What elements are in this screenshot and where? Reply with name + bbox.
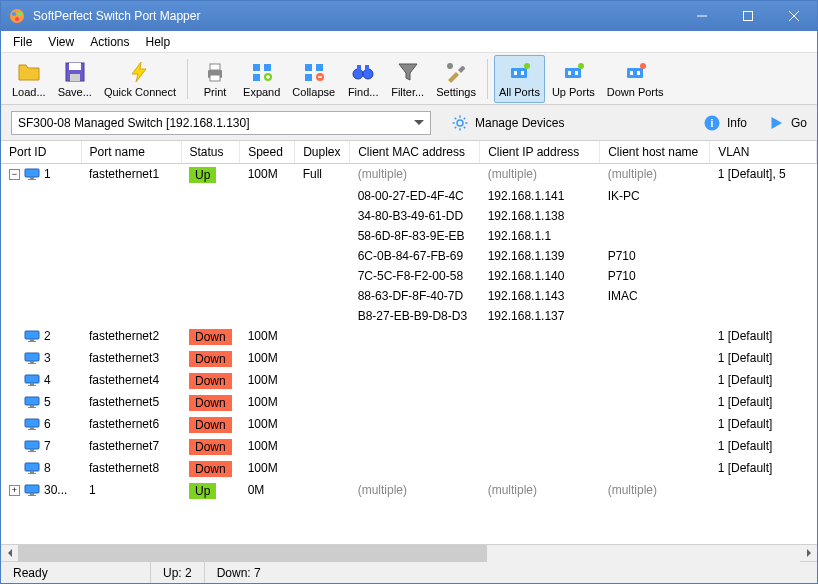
port-name: fastethernet4: [81, 370, 181, 392]
table-row[interactable]: 5fastethernet5Down100M1 [Default]: [1, 392, 817, 414]
svg-rect-7: [70, 74, 80, 81]
find-button[interactable]: Find...: [342, 55, 384, 103]
expand-toggle[interactable]: +: [9, 485, 20, 496]
collapse-toggle[interactable]: −: [9, 169, 20, 180]
all-ports-button[interactable]: All Ports: [494, 55, 545, 103]
go-button[interactable]: Go: [767, 114, 807, 132]
host: (multiple): [600, 164, 710, 187]
table-area[interactable]: Port ID Port name Status Speed Duplex Cl…: [1, 141, 817, 544]
col-duplex[interactable]: Duplex: [295, 141, 350, 164]
svg-rect-52: [30, 405, 34, 407]
svg-rect-24: [511, 68, 527, 78]
titlebar[interactable]: SoftPerfect Switch Port Mapper: [1, 1, 817, 31]
vlan: [710, 480, 817, 502]
table-child-row[interactable]: 6C-0B-84-67-FB-69192.168.1.139P710: [1, 246, 817, 266]
save-icon: [63, 60, 87, 84]
table-child-row[interactable]: 58-6D-8F-83-9E-EB192.168.1.1: [1, 226, 817, 246]
settings-button[interactable]: Settings: [431, 55, 481, 103]
col-host[interactable]: Client host name: [600, 141, 710, 164]
status-down: Down: 7: [205, 562, 817, 583]
table-child-row[interactable]: 88-63-DF-8F-40-7D192.168.1.143IMAC: [1, 286, 817, 306]
table-child-row[interactable]: 34-80-B3-49-61-DD192.168.1.138: [1, 206, 817, 226]
menu-actions[interactable]: Actions: [82, 33, 137, 51]
menu-help[interactable]: Help: [138, 33, 179, 51]
load-button[interactable]: Load...: [7, 55, 51, 103]
speed: 100M: [240, 326, 295, 348]
col-vlan[interactable]: VLAN: [710, 141, 817, 164]
col-port-id[interactable]: Port ID: [1, 141, 81, 164]
table-child-row[interactable]: B8-27-EB-B9-D8-D3192.168.1.137: [1, 306, 817, 326]
duplex: [295, 326, 350, 348]
table-child-row[interactable]: 08-00-27-ED-4F-4C192.168.1.141IK-PC: [1, 186, 817, 206]
vlan: 1 [Default]: [710, 458, 817, 480]
expand-icon: [250, 60, 274, 84]
scroll-left-arrow[interactable]: [1, 545, 18, 562]
table-row[interactable]: 2fastethernet2Down100M1 [Default]: [1, 326, 817, 348]
host: [600, 458, 710, 480]
port-name: fastethernet7: [81, 436, 181, 458]
filter-button[interactable]: Filter...: [386, 55, 429, 103]
minimize-button[interactable]: [679, 1, 725, 31]
host: [600, 392, 710, 414]
ip: (multiple): [480, 164, 600, 187]
table-row[interactable]: 3fastethernet3Down100M1 [Default]: [1, 348, 817, 370]
quick-connect-button[interactable]: Quick Connect: [99, 55, 181, 103]
up-ports-button[interactable]: Up Ports: [547, 55, 600, 103]
svg-rect-60: [25, 463, 39, 471]
svg-point-36: [457, 120, 463, 126]
svg-rect-64: [30, 493, 34, 495]
port-name: fastethernet6: [81, 414, 181, 436]
mac: 6C-0B-84-67-FB-69: [350, 246, 480, 266]
table-row[interactable]: 8fastethernet8Down100M1 [Default]: [1, 458, 817, 480]
maximize-button[interactable]: [725, 1, 771, 31]
table-row[interactable]: 6fastethernet6Down100M1 [Default]: [1, 414, 817, 436]
monitor-icon: [24, 484, 40, 496]
close-button[interactable]: [771, 1, 817, 31]
ports-table: Port ID Port name Status Speed Duplex Cl…: [1, 141, 817, 502]
port-id: 5: [44, 395, 51, 409]
ip: [480, 458, 600, 480]
save-button[interactable]: Save...: [53, 55, 97, 103]
col-ip[interactable]: Client IP address: [480, 141, 600, 164]
table-row[interactable]: −1fastethernet1Up100MFull(multiple)(mult…: [1, 164, 817, 187]
horizontal-scrollbar[interactable]: [1, 544, 817, 561]
svg-rect-13: [253, 74, 260, 81]
col-speed[interactable]: Speed: [240, 141, 295, 164]
chevron-down-icon: [414, 120, 424, 126]
svg-rect-42: [25, 331, 39, 339]
duplex: [295, 436, 350, 458]
svg-text:i: i: [711, 116, 714, 128]
collapse-button[interactable]: Collapse: [287, 55, 340, 103]
col-status[interactable]: Status: [181, 141, 240, 164]
port-id: 8: [44, 461, 51, 475]
binoculars-icon: [351, 60, 375, 84]
ip: 192.168.1.138: [480, 206, 600, 226]
manage-devices-link[interactable]: Manage Devices: [451, 114, 564, 132]
print-button[interactable]: Print: [194, 55, 236, 103]
info-link[interactable]: i Info: [703, 114, 747, 132]
device-select[interactable]: SF300-08 Managed Switch [192.168.1.130]: [11, 111, 431, 135]
ip: [480, 414, 600, 436]
col-port-name[interactable]: Port name: [81, 141, 181, 164]
ip: 192.168.1.141: [480, 186, 600, 206]
scroll-thumb[interactable]: [18, 545, 487, 562]
host: [600, 436, 710, 458]
scroll-track[interactable]: [18, 545, 800, 562]
gear-icon: [451, 114, 469, 132]
menu-file[interactable]: File: [5, 33, 40, 51]
svg-rect-48: [25, 375, 39, 383]
svg-rect-6: [69, 63, 81, 70]
table-row[interactable]: +30...1Up0M(multiple)(multiple)(multiple…: [1, 480, 817, 502]
svg-point-19: [353, 69, 363, 79]
svg-point-1: [12, 12, 16, 16]
mac: (multiple): [350, 164, 480, 187]
menu-view[interactable]: View: [40, 33, 82, 51]
table-row[interactable]: 7fastethernet7Down100M1 [Default]: [1, 436, 817, 458]
scroll-right-arrow[interactable]: [800, 545, 817, 562]
expand-button[interactable]: Expand: [238, 55, 285, 103]
col-mac[interactable]: Client MAC address: [350, 141, 480, 164]
down-ports-button[interactable]: Down Ports: [602, 55, 669, 103]
table-child-row[interactable]: 7C-5C-F8-F2-00-58192.168.1.140P710: [1, 266, 817, 286]
svg-rect-47: [28, 363, 36, 364]
table-row[interactable]: 4fastethernet4Down100M1 [Default]: [1, 370, 817, 392]
